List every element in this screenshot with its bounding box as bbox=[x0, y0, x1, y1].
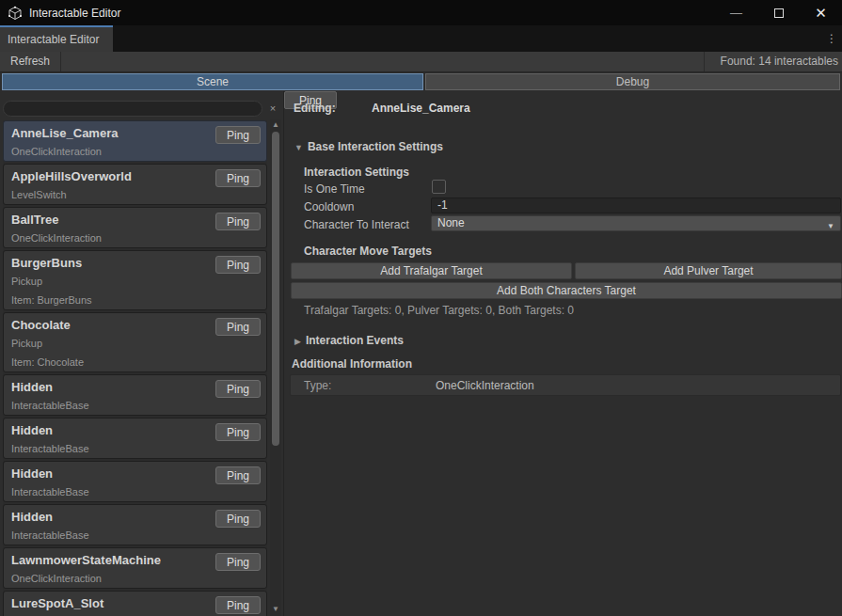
list-item-type: Pickup bbox=[11, 334, 259, 353]
ping-button[interactable]: Ping bbox=[215, 169, 261, 187]
list-item-type: OneClickInteraction bbox=[11, 142, 259, 161]
ping-button[interactable]: Ping bbox=[215, 466, 261, 484]
editing-label: Editing: bbox=[294, 102, 336, 115]
toolbar-separator bbox=[704, 52, 705, 71]
list-item-type: OneClickInteraction bbox=[11, 569, 259, 588]
scrollbar-down-icon[interactable]: ▼ bbox=[270, 604, 281, 615]
tab-scene[interactable]: Scene bbox=[2, 73, 423, 90]
found-count-label: Found: 14 interactables bbox=[721, 52, 838, 71]
maximize-icon bbox=[774, 8, 784, 18]
list-item[interactable]: AnneLise_Camera OneClickInteractionPing bbox=[3, 120, 267, 162]
list-item-type: Pickup bbox=[11, 272, 259, 291]
ping-button[interactable]: Ping bbox=[215, 256, 261, 274]
type-value: OneClickInteraction bbox=[436, 379, 534, 392]
content-area: ⌕ × AnneLise_Camera OneClickInteractionP… bbox=[0, 91, 842, 616]
editor-detail-panel: Editing: AnneLise_Camera Ping ▼Base Inte… bbox=[284, 91, 842, 616]
list-item[interactable]: Hidden InteractableBasePing bbox=[3, 461, 267, 502]
ping-button[interactable]: Ping bbox=[215, 596, 261, 614]
list-item[interactable]: Hidden InteractableBasePing bbox=[3, 504, 267, 545]
interactable-list: AnneLise_Camera OneClickInteractionPing … bbox=[3, 120, 267, 616]
search-clear-button[interactable]: × bbox=[265, 102, 280, 116]
interactable-editor-window: Interactable Editor — ✕ Interactable Edi… bbox=[0, 0, 842, 616]
window-title: Interactable Editor bbox=[29, 7, 120, 20]
list-item-type: InteractableBase bbox=[11, 526, 259, 545]
maximize-button[interactable] bbox=[757, 0, 800, 25]
character-to-interact-label: Character To Interact bbox=[304, 218, 409, 231]
list-item-type: LevelSwitch bbox=[11, 185, 259, 204]
editing-object-name: AnneLise_Camera bbox=[372, 102, 470, 115]
additional-information-header: Additional Information bbox=[292, 357, 412, 371]
base-interaction-settings-foldout[interactable]: ▼Base Interaction Settings bbox=[294, 140, 443, 153]
foldout-closed-icon: ▶ bbox=[294, 337, 301, 346]
scrollbar-thumb[interactable] bbox=[272, 132, 279, 446]
list-item-type: InteractableBase bbox=[11, 396, 259, 415]
interactable-list-panel: ⌕ × AnneLise_Camera OneClickInteractionP… bbox=[0, 91, 283, 616]
type-info-box: Type: OneClickInteraction bbox=[290, 374, 841, 396]
cooldown-label: Cooldown bbox=[304, 200, 354, 213]
character-move-targets-header: Character Move Targets bbox=[304, 245, 432, 258]
list-item-type: OneClickInteraction bbox=[11, 229, 259, 247]
ping-button[interactable]: Ping bbox=[215, 318, 261, 336]
doc-tab-bar: Interactable Editor ⋮ bbox=[0, 25, 842, 52]
toolbar: Refresh Found: 14 interactables bbox=[0, 52, 842, 72]
add-both-characters-target-button[interactable]: Add Both Characters Target bbox=[291, 282, 842, 299]
view-tab-bar: Scene Debug bbox=[0, 72, 842, 91]
app-cube-icon bbox=[8, 6, 23, 21]
ping-button[interactable]: Ping bbox=[215, 213, 261, 230]
list-item[interactable]: LawnmowerStateMachine OneClickInteractio… bbox=[3, 547, 267, 589]
list-item-type: Item: Chocolate bbox=[11, 353, 259, 371]
events-foldout-label: Interaction Events bbox=[306, 334, 404, 347]
refresh-button[interactable]: Refresh bbox=[0, 52, 61, 71]
is-one-time-checkbox[interactable] bbox=[432, 180, 446, 194]
character-to-interact-dropdown[interactable]: None▼ bbox=[431, 215, 841, 231]
tab-interactable-editor[interactable]: Interactable Editor bbox=[0, 25, 113, 52]
chevron-down-icon: ▼ bbox=[827, 219, 834, 233]
add-trafalgar-target-button[interactable]: Add Trafalgar Target bbox=[291, 262, 572, 279]
close-button[interactable]: ✕ bbox=[800, 0, 842, 25]
cooldown-field[interactable]: -1 bbox=[431, 197, 841, 213]
interaction-settings-header: Interaction Settings bbox=[304, 166, 409, 179]
list-item[interactable]: Hidden InteractableBasePing bbox=[3, 374, 267, 416]
ping-button[interactable]: Ping bbox=[215, 380, 261, 398]
titlebar[interactable]: Interactable Editor — ✕ bbox=[0, 0, 842, 25]
list-scrollbar[interactable]: ▲ ▼ bbox=[270, 119, 281, 616]
tab-debug[interactable]: Debug bbox=[425, 73, 840, 90]
type-label: Type: bbox=[304, 379, 331, 392]
is-one-time-label: Is One Time bbox=[304, 182, 365, 196]
interaction-events-foldout[interactable]: ▶Interaction Events bbox=[294, 334, 404, 347]
dropdown-selected-value: None bbox=[437, 216, 465, 229]
list-item-type: InteractableBase bbox=[11, 439, 259, 458]
search-input[interactable] bbox=[3, 101, 262, 117]
base-foldout-label: Base Interaction Settings bbox=[308, 140, 443, 153]
list-item-type: InteractableBase bbox=[11, 482, 259, 501]
ping-button[interactable]: Ping bbox=[215, 510, 261, 528]
ping-button[interactable]: Ping bbox=[215, 553, 261, 571]
minimize-button[interactable]: — bbox=[715, 0, 757, 25]
scrollbar-up-icon[interactable]: ▲ bbox=[270, 119, 281, 131]
kebab-menu-icon[interactable]: ⋮ bbox=[825, 31, 838, 48]
targets-summary: Trafalgar Targets: 0, Pulver Targets: 0,… bbox=[304, 304, 574, 317]
list-item[interactable]: BurgerBuns PickupItem: BurgerBunsPing bbox=[3, 250, 267, 310]
list-item[interactable]: Hidden InteractableBasePing bbox=[3, 418, 267, 459]
add-pulver-target-button[interactable]: Add Pulver Target bbox=[575, 262, 842, 279]
list-item[interactable]: BallTree OneClickInteractionPing bbox=[3, 207, 267, 248]
ping-button[interactable]: Ping bbox=[215, 126, 261, 144]
foldout-open-icon: ▼ bbox=[294, 143, 303, 152]
list-item[interactable]: AppleHillsOverworld LevelSwitchPing bbox=[3, 164, 267, 205]
list-item[interactable]: LureSpotA_Slot Ping bbox=[3, 591, 267, 616]
ping-button[interactable]: Ping bbox=[215, 423, 261, 441]
list-item[interactable]: Chocolate PickupItem: ChocolatePing bbox=[3, 312, 267, 372]
list-item-type: Item: BurgerBuns bbox=[11, 291, 259, 309]
